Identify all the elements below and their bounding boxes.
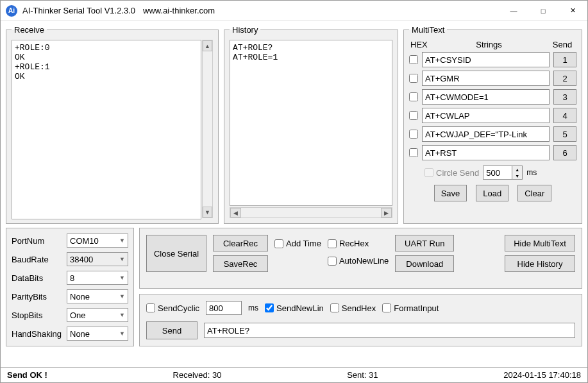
download-button[interactable]: Download xyxy=(395,255,454,272)
multitext-cmd-input[interactable] xyxy=(422,71,550,86)
stopbits-combo[interactable]: One▼ xyxy=(67,308,128,322)
baudrate-combo[interactable]: 38400▼ xyxy=(67,252,128,266)
multitext-row: 1 xyxy=(409,52,576,67)
circle-send-input[interactable] xyxy=(424,168,433,177)
scroll-down-icon[interactable]: ▼ xyxy=(203,207,212,217)
multitext-col-send: Send xyxy=(550,40,575,49)
scroll-up-icon[interactable]: ▲ xyxy=(203,40,212,51)
handshaking-combo[interactable]: None▼ xyxy=(67,327,128,341)
titlebar[interactable]: Ai AI-Thinker Serial Tool V1.2.3.0 www.a… xyxy=(1,1,587,21)
history-legend: History xyxy=(230,25,260,35)
app-icon: Ai xyxy=(6,5,17,17)
maximize-button[interactable]: □ xyxy=(528,1,558,21)
scroll-left-icon[interactable]: ◀ xyxy=(230,208,241,217)
portnum-label: PortNum xyxy=(12,236,64,246)
send-cyclic-checkbox[interactable]: SendCyclic xyxy=(146,303,199,313)
receive-textarea[interactable]: +ROLE:0 OK +ROLE:1 OK xyxy=(12,40,201,219)
send-panel: SendCyclic ms SendNewLin SendHex FormatI… xyxy=(139,294,582,346)
uart-run-button[interactable]: UART Run xyxy=(395,235,454,251)
send-cyclic-ms-input[interactable] xyxy=(206,301,242,315)
rec-hex-checkbox[interactable]: RecHex xyxy=(328,239,389,248)
auto-newline-checkbox[interactable]: AutoNewLine xyxy=(328,256,389,266)
multitext-cmd-input[interactable] xyxy=(422,89,550,105)
databits-label: DataBits xyxy=(12,273,64,283)
add-time-checkbox[interactable]: Add Time xyxy=(274,239,321,248)
hide-history-button[interactable]: Hide History xyxy=(505,255,575,272)
history-textarea[interactable]: AT+ROLE? AT+ROLE=1 xyxy=(230,40,392,206)
receive-panel: Receive +ROLE:0 OK +ROLE:1 OK ▲ ▼ xyxy=(6,25,219,224)
multitext-send-button[interactable]: 4 xyxy=(553,108,576,123)
multitext-row: 2 xyxy=(409,71,576,86)
paritybits-label: ParityBits xyxy=(12,292,64,302)
multitext-list: 123456 xyxy=(409,52,576,160)
multitext-row: 4 xyxy=(409,108,576,123)
multitext-send-button[interactable]: 6 xyxy=(553,145,576,160)
multitext-clear-button[interactable]: Clear xyxy=(517,185,551,201)
close-button[interactable]: ✕ xyxy=(558,1,587,21)
multitext-panel: MultiText HEX Strings Send 123456 Circle… xyxy=(403,25,582,224)
multitext-save-button[interactable]: Save xyxy=(434,185,467,201)
multitext-hex-checkbox[interactable] xyxy=(409,130,418,139)
multitext-send-button[interactable]: 2 xyxy=(553,71,576,86)
portnum-combo[interactable]: COM10▼ xyxy=(67,234,128,248)
multitext-load-button[interactable]: Load xyxy=(476,185,508,201)
window-title: AI-Thinker Serial Tool V1.2.3.0 xyxy=(22,6,135,15)
multitext-cmd-input[interactable] xyxy=(422,108,550,123)
baudrate-label: BaudRate xyxy=(12,255,64,264)
paritybits-combo[interactable]: None▼ xyxy=(67,289,128,303)
status-send-ok: Send OK ! xyxy=(7,370,47,380)
receive-legend: Receive xyxy=(12,25,47,35)
multitext-hex-checkbox[interactable] xyxy=(409,111,418,120)
stopbits-label: StopBits xyxy=(12,311,64,320)
chevron-down-icon: ▼ xyxy=(119,237,125,244)
multitext-hex-checkbox[interactable] xyxy=(409,92,418,101)
actions-panel: Close Serial ClearRec SaveRec Add Time R… xyxy=(139,228,582,289)
save-rec-button[interactable]: SaveRec xyxy=(213,255,268,272)
multitext-send-button[interactable]: 5 xyxy=(553,126,576,142)
multitext-cmd-input[interactable] xyxy=(422,126,550,142)
status-timestamp: 2024-01-15 17:40:18 xyxy=(503,370,581,380)
circle-send-checkbox[interactable]: Circle Send xyxy=(424,168,479,178)
send-newline-checkbox[interactable]: SendNewLin xyxy=(265,303,324,313)
port-settings-panel: PortNum COM10▼ BaudRate 38400▼ DataBits … xyxy=(6,228,134,346)
multitext-row: 3 xyxy=(409,89,576,105)
chevron-down-icon: ▼ xyxy=(119,275,125,281)
multitext-cmd-input[interactable] xyxy=(422,145,550,160)
circle-send-interval[interactable]: ▲ ▼ xyxy=(483,166,523,180)
multitext-legend: MultiText xyxy=(409,25,447,35)
spinner-up-icon[interactable]: ▲ xyxy=(512,166,522,173)
status-bar: Send OK ! Received: 30 Sent: 31 2024-01-… xyxy=(1,367,587,382)
multitext-hex-checkbox[interactable] xyxy=(409,148,418,157)
send-hex-checkbox[interactable]: SendHex xyxy=(330,303,376,313)
status-sent: Sent: 31 xyxy=(347,370,378,380)
receive-scrollbar[interactable]: ▲ ▼ xyxy=(202,40,213,218)
multitext-hex-checkbox[interactable] xyxy=(409,74,418,83)
status-received: Received: 30 xyxy=(173,370,222,380)
chevron-down-icon: ▼ xyxy=(119,312,125,318)
hide-multitext-button[interactable]: Hide MultiText xyxy=(505,235,575,251)
send-cyclic-unit: ms xyxy=(248,303,258,312)
multitext-send-button[interactable]: 1 xyxy=(553,52,576,67)
send-button[interactable]: Send xyxy=(146,321,197,339)
close-serial-button[interactable]: Close Serial xyxy=(146,235,206,272)
databits-combo[interactable]: 8▼ xyxy=(67,271,128,285)
clear-rec-button[interactable]: ClearRec xyxy=(213,235,268,251)
history-hscrollbar[interactable]: ◀ ▶ xyxy=(230,207,392,218)
minimize-button[interactable]: — xyxy=(499,1,528,21)
multitext-col-hex: HEX xyxy=(410,40,428,49)
circle-send-ms-input[interactable] xyxy=(483,166,512,179)
multitext-row: 6 xyxy=(409,145,576,160)
window-url: www.ai-thinker.com xyxy=(143,6,215,15)
scroll-right-icon[interactable]: ▶ xyxy=(381,208,392,217)
multitext-cmd-input[interactable] xyxy=(422,52,550,67)
spinner-down-icon[interactable]: ▼ xyxy=(512,173,522,179)
multitext-hex-checkbox[interactable] xyxy=(409,55,418,64)
handshaking-label: HandShaking xyxy=(12,329,64,339)
circle-send-unit: ms xyxy=(526,168,537,177)
send-input[interactable] xyxy=(204,323,575,338)
chevron-down-icon: ▼ xyxy=(119,330,125,337)
format-input-checkbox[interactable]: FormatInput xyxy=(382,303,439,313)
history-panel: History AT+ROLE? AT+ROLE=1 ◀ ▶ xyxy=(224,25,398,224)
multitext-send-button[interactable]: 3 xyxy=(553,89,576,105)
chevron-down-icon: ▼ xyxy=(119,256,125,262)
